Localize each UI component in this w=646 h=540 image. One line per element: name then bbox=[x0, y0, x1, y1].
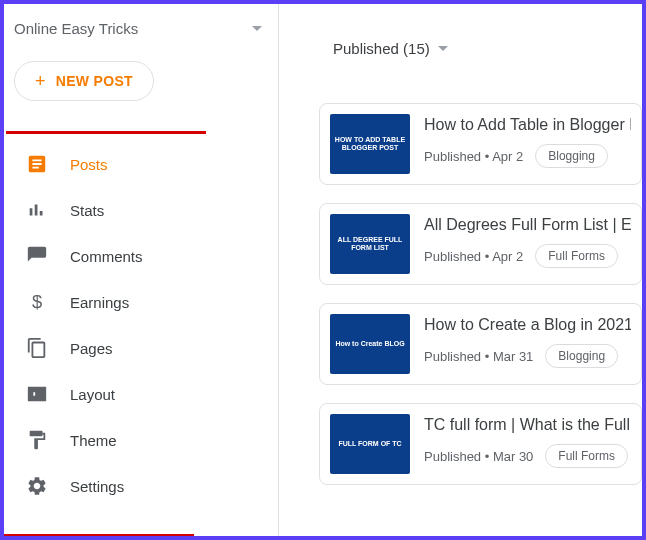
post-title: How to Create a Blog in 2021 | Blogger bbox=[424, 316, 631, 334]
pages-icon bbox=[26, 337, 48, 359]
sidebar-item-label: Comments bbox=[70, 248, 143, 265]
post-tag[interactable]: Blogging bbox=[535, 144, 608, 168]
sidebar-item-label: Theme bbox=[70, 432, 117, 449]
post-status: Published • Apr 2 bbox=[424, 149, 523, 164]
post-meta: Published • Apr 2 Blogging bbox=[424, 144, 631, 168]
post-thumbnail: ALL DEGREE FULL FORM LIST bbox=[330, 214, 410, 274]
sidebar-item-label: Pages bbox=[70, 340, 113, 357]
post-card[interactable]: FULL FORM OF TC TC full form | What is t… bbox=[319, 403, 642, 485]
post-thumbnail: FULL FORM OF TC bbox=[330, 414, 410, 474]
posts-list: HOW TO ADD TABLE BLOGGER POST How to Add… bbox=[279, 103, 642, 485]
sidebar-item-label: Posts bbox=[70, 156, 108, 173]
sidebar-item-label: Layout bbox=[70, 386, 115, 403]
filter-label: Published (15) bbox=[333, 40, 430, 57]
main-content: Published (15) HOW TO ADD TABLE BLOGGER … bbox=[279, 4, 642, 536]
blog-selector[interactable]: Online Easy Tricks bbox=[4, 12, 278, 51]
post-filter-dropdown[interactable]: Published (15) bbox=[279, 40, 642, 57]
stats-icon bbox=[26, 199, 48, 221]
post-thumbnail: HOW TO ADD TABLE BLOGGER POST bbox=[330, 114, 410, 174]
sidebar-item-theme[interactable]: Theme bbox=[4, 417, 278, 463]
post-info: All Degrees Full Form List | Education P… bbox=[424, 214, 631, 268]
sidebar-item-settings[interactable]: Settings bbox=[4, 463, 278, 509]
post-status: Published • Mar 31 bbox=[424, 349, 533, 364]
sidebar-nav: Posts Stats Comments $ Earnings bbox=[4, 119, 278, 509]
sidebar-item-label: Stats bbox=[70, 202, 104, 219]
post-status: Published • Apr 2 bbox=[424, 249, 523, 264]
sidebar-item-label: Settings bbox=[70, 478, 124, 495]
post-title: All Degrees Full Form List | Education bbox=[424, 216, 631, 234]
posts-icon bbox=[26, 153, 48, 175]
post-tag[interactable]: Full Forms bbox=[545, 444, 628, 468]
plus-icon: + bbox=[35, 72, 46, 90]
post-info: TC full form | What is the Full form Pub… bbox=[424, 414, 631, 468]
svg-text:$: $ bbox=[32, 291, 42, 312]
sidebar: Online Easy Tricks + NEW POST Posts Stat… bbox=[4, 4, 279, 536]
annotation-line bbox=[2, 534, 194, 538]
earnings-icon: $ bbox=[26, 291, 48, 313]
annotation-line bbox=[6, 131, 206, 134]
sidebar-item-comments[interactable]: Comments bbox=[4, 233, 278, 279]
post-title: How to Add Table in Blogger Post bbox=[424, 116, 631, 134]
sidebar-item-stats[interactable]: Stats bbox=[4, 187, 278, 233]
sidebar-item-pages[interactable]: Pages bbox=[4, 325, 278, 371]
settings-icon bbox=[26, 475, 48, 497]
post-status: Published • Mar 30 bbox=[424, 449, 533, 464]
comments-icon bbox=[26, 245, 48, 267]
post-card[interactable]: ALL DEGREE FULL FORM LIST All Degrees Fu… bbox=[319, 203, 642, 285]
sidebar-item-layout[interactable]: Layout bbox=[4, 371, 278, 417]
post-card[interactable]: HOW TO ADD TABLE BLOGGER POST How to Add… bbox=[319, 103, 642, 185]
chevron-down-icon bbox=[438, 46, 448, 51]
sidebar-item-posts[interactable]: Posts bbox=[4, 141, 278, 187]
new-post-label: NEW POST bbox=[56, 73, 133, 89]
post-thumbnail: How to Create BLOG bbox=[330, 314, 410, 374]
post-meta: Published • Mar 30 Full Forms bbox=[424, 444, 631, 468]
post-tag[interactable]: Full Forms bbox=[535, 244, 618, 268]
post-info: How to Create a Blog in 2021 | Blogger P… bbox=[424, 314, 631, 368]
post-info: How to Add Table in Blogger Post Publish… bbox=[424, 114, 631, 168]
post-title: TC full form | What is the Full form bbox=[424, 416, 631, 434]
chevron-down-icon bbox=[252, 26, 262, 31]
blog-name: Online Easy Tricks bbox=[14, 20, 138, 37]
theme-icon bbox=[26, 429, 48, 451]
post-meta: Published • Mar 31 Blogging bbox=[424, 344, 631, 368]
post-meta: Published • Apr 2 Full Forms bbox=[424, 244, 631, 268]
sidebar-item-earnings[interactable]: $ Earnings bbox=[4, 279, 278, 325]
sidebar-item-label: Earnings bbox=[70, 294, 129, 311]
new-post-button[interactable]: + NEW POST bbox=[14, 61, 154, 101]
layout-icon bbox=[26, 383, 48, 405]
post-tag[interactable]: Blogging bbox=[545, 344, 618, 368]
post-card[interactable]: How to Create BLOG How to Create a Blog … bbox=[319, 303, 642, 385]
